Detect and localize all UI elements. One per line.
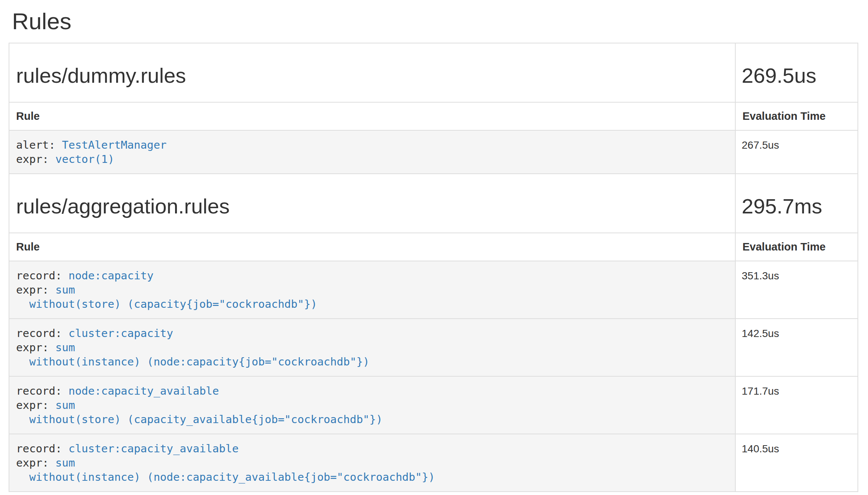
rule-group-evaluation-total: 269.5us <box>736 64 816 87</box>
rule-keyword: expr: <box>16 153 55 165</box>
rule-link[interactable]: without(store) (capacity_available{job="… <box>16 413 383 426</box>
rule-code-line: record: node:capacity <box>16 268 728 283</box>
rule-keyword: alert: <box>16 139 62 151</box>
rule-code-line: record: cluster:capacity_available <box>16 441 728 456</box>
rule-evaluation-time: 142.5us <box>736 319 858 376</box>
rule-row: record: node:capacityexpr: sum without(s… <box>9 261 858 318</box>
rule-evaluation-time: 171.7us <box>736 377 858 434</box>
column-header-row: Rule Evaluation Time <box>9 233 858 261</box>
page-title: Rules <box>0 0 868 43</box>
rule-code-line: expr: vector(1) <box>16 152 728 166</box>
rule-code-line: without(store) (capacity_available{job="… <box>16 412 728 426</box>
rule-code-line: expr: sum <box>16 398 728 412</box>
rule-link[interactable]: sum <box>55 399 75 412</box>
rule-group-name-cell: rules/dummy.rules <box>9 43 736 102</box>
evaluation-time-column-header: Evaluation Time <box>736 103 858 130</box>
rule-row: alert: TestAlertManagerexpr: vector(1) 2… <box>9 130 858 173</box>
rule-group-name-cell: rules/aggregation.rules <box>9 174 736 233</box>
evaluation-time-column-header: Evaluation Time <box>736 233 858 261</box>
rule-group-header-row: rules/dummy.rules 269.5us <box>9 43 858 102</box>
rule-code-line: alert: TestAlertManager <box>16 138 728 152</box>
column-header-row: Rule Evaluation Time <box>9 102 858 130</box>
rule-link[interactable]: node:capacity <box>69 269 154 282</box>
rule-code-cell: alert: TestAlertManagerexpr: vector(1) <box>9 131 736 173</box>
rule-column-header: Rule <box>9 103 736 130</box>
rule-link[interactable]: sum <box>55 283 75 296</box>
rule-link[interactable]: without(instance) (node:capacity_availab… <box>16 471 435 483</box>
rule-row: record: cluster:capacity_availableexpr: … <box>9 434 858 491</box>
rule-group-name: rules/aggregation.rules <box>9 195 230 218</box>
rule-code-line: without(instance) (node:capacity_availab… <box>16 470 728 484</box>
rule-group-evaluation-total-cell: 295.7ms <box>736 174 858 233</box>
rule-code-cell: record: cluster:capacity_availableexpr: … <box>9 434 736 491</box>
rule-code-line: without(instance) (node:capacity{job="co… <box>16 355 728 369</box>
rule-evaluation-time: 267.5us <box>736 131 858 173</box>
rule-keyword: expr: <box>16 283 55 296</box>
rule-code-cell: record: node:capacity_availableexpr: sum… <box>9 377 736 434</box>
rule-code-line: without(store) (capacity{job="cockroachd… <box>16 297 728 311</box>
rule-link[interactable]: node:capacity_available <box>69 385 219 397</box>
rule-keyword: expr: <box>16 341 55 354</box>
rule-code-line: expr: sum <box>16 340 728 355</box>
rule-code-line: record: node:capacity_available <box>16 384 728 398</box>
rule-link[interactable]: TestAlertManager <box>62 139 166 151</box>
rule-code-line: expr: sum <box>16 456 728 470</box>
rule-group-evaluation-total-cell: 269.5us <box>736 43 858 102</box>
rule-keyword: record: <box>16 269 69 282</box>
rule-link[interactable]: without(instance) (node:capacity{job="co… <box>16 355 370 368</box>
rule-row: record: node:capacity_availableexpr: sum… <box>9 376 858 434</box>
rules-table: rules/dummy.rules 269.5us Rule Evaluatio… <box>9 43 858 492</box>
rule-group-name: rules/dummy.rules <box>9 64 186 87</box>
rule-code-line: record: cluster:capacity <box>16 326 728 340</box>
rule-column-header: Rule <box>9 233 736 261</box>
rule-code-cell: record: node:capacityexpr: sum without(s… <box>9 261 736 318</box>
rule-keyword: record: <box>16 442 69 455</box>
rule-code-cell: record: cluster:capacityexpr: sum withou… <box>9 319 736 376</box>
rule-keyword: expr: <box>16 399 55 412</box>
rule-group-evaluation-total: 295.7ms <box>736 195 822 218</box>
rule-keyword: record: <box>16 385 69 397</box>
rule-code-line: expr: sum <box>16 283 728 297</box>
rule-link[interactable]: sum <box>55 456 75 469</box>
rule-link[interactable]: vector(1) <box>55 153 114 165</box>
rule-keyword: expr: <box>16 456 55 469</box>
rule-link[interactable]: without(store) (capacity{job="cockroachd… <box>16 298 317 310</box>
rule-evaluation-time: 351.3us <box>736 261 858 318</box>
rule-link[interactable]: cluster:capacity_available <box>69 442 239 455</box>
rule-keyword: record: <box>16 327 69 340</box>
rule-link[interactable]: cluster:capacity <box>69 327 173 340</box>
rule-row: record: cluster:capacityexpr: sum withou… <box>9 318 858 376</box>
rule-evaluation-time: 140.5us <box>736 434 858 491</box>
rule-group-header-row: rules/aggregation.rules 295.7ms <box>9 173 858 233</box>
rule-link[interactable]: sum <box>55 341 75 354</box>
